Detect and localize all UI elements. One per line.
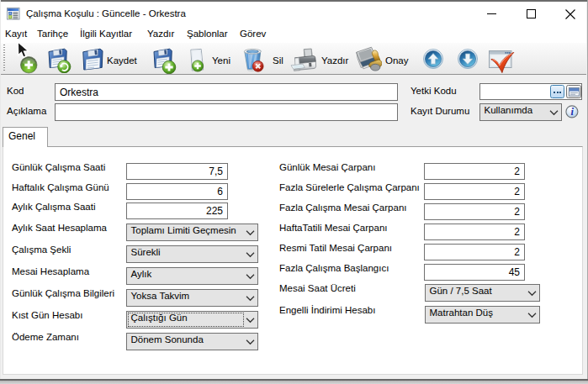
svg-text:i: i: [570, 106, 574, 118]
